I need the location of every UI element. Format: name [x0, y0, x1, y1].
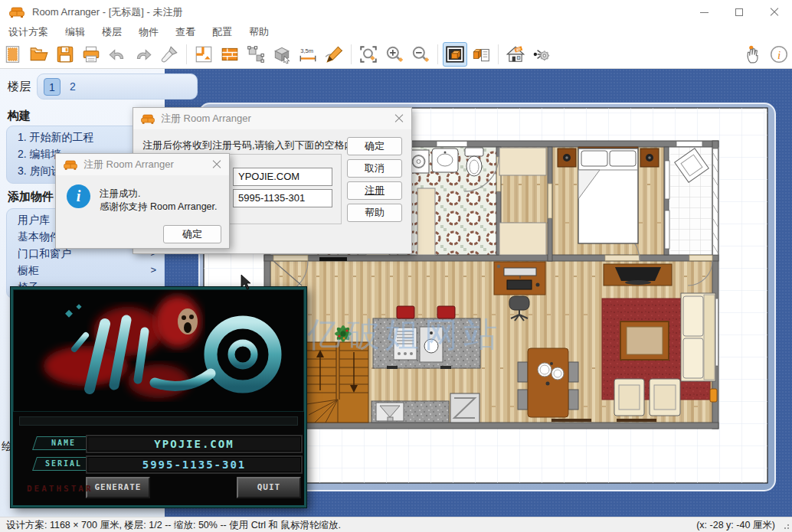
- message-dialog-titlebar[interactable]: 注册 Room Arranger: [56, 154, 229, 175]
- library-item-cabinets[interactable]: 橱柜 >: [7, 263, 164, 279]
- double-bed[interactable]: [578, 147, 638, 243]
- floor-tab-1[interactable]: 1: [44, 78, 61, 96]
- view-3d-icon: [445, 44, 465, 64]
- measure-button[interactable]: 3,5m: [296, 42, 320, 67]
- brick-wall-button[interactable]: [218, 42, 242, 67]
- ok-button[interactable]: 确定: [347, 137, 402, 155]
- plan-walls-icon: [194, 44, 214, 64]
- measure-icon: 3,5m: [298, 44, 318, 64]
- svg-text:3,5m: 3,5m: [300, 47, 313, 54]
- menu-view[interactable]: 查看: [167, 24, 204, 41]
- format-painter-button[interactable]: [157, 42, 182, 67]
- dining-chair[interactable]: [518, 390, 528, 410]
- keygen-brand: DEATHSTAR: [27, 484, 93, 494]
- armchair[interactable]: [614, 379, 644, 416]
- staircase[interactable]: [306, 342, 368, 423]
- message-line-1: 注册成功.: [100, 188, 140, 201]
- watermark-text: 亿破姐网站: [306, 315, 502, 353]
- armchair[interactable]: [650, 379, 680, 416]
- open-folder-icon: [29, 44, 49, 64]
- tv-stand[interactable]: [604, 264, 672, 286]
- menu-object[interactable]: 物件: [130, 24, 167, 41]
- open-button[interactable]: [27, 42, 51, 67]
- menu-edit[interactable]: 编辑: [57, 24, 93, 41]
- help-button[interactable]: 帮助: [347, 204, 402, 222]
- toolbar-separator: [437, 44, 438, 64]
- wardrobe[interactable]: [499, 148, 546, 175]
- svg-text:i: i: [777, 47, 781, 60]
- floor-vent: [551, 419, 591, 422]
- print-button[interactable]: [79, 42, 103, 67]
- explode-objects-icon: [532, 44, 551, 64]
- keygen-name-field[interactable]: YPOJIE.COM: [86, 435, 303, 453]
- select-objects-button[interactable]: [244, 42, 268, 67]
- save-button[interactable]: [53, 42, 77, 67]
- format-painter-icon: [159, 44, 179, 64]
- undo-icon: [107, 44, 127, 64]
- new-plan-icon: [3, 44, 23, 64]
- menu-help[interactable]: 帮助: [241, 24, 277, 41]
- menu-design[interactable]: 设计方案: [0, 24, 57, 41]
- keygen-serial-field[interactable]: 5995-1135-301: [86, 455, 303, 474]
- floor-tab-2[interactable]: 2: [64, 78, 81, 96]
- wardrobe[interactable]: [499, 223, 546, 255]
- undo-button[interactable]: [105, 42, 129, 67]
- about-info-button[interactable]: i: [767, 42, 791, 67]
- dining-chair[interactable]: [518, 362, 528, 382]
- menu-floor[interactable]: 楼层: [93, 24, 130, 41]
- view-3d-list-icon: [471, 44, 491, 64]
- wall-shelf[interactable]: [319, 257, 347, 261]
- app-sofa-icon: [64, 160, 77, 170]
- dishwasher[interactable]: [450, 393, 479, 423]
- coffee-table[interactable]: [620, 321, 669, 360]
- select-objects-icon: [246, 44, 266, 64]
- mouse-cursor: [241, 274, 253, 291]
- object-3d-button[interactable]: [270, 42, 294, 67]
- save-floppy-icon: [55, 44, 75, 64]
- desk-with-computer[interactable]: [494, 262, 545, 295]
- dining-chair[interactable]: [568, 390, 578, 410]
- plan-walls-button[interactable]: [191, 42, 216, 67]
- zoom-fit-button[interactable]: [356, 42, 381, 67]
- close-button[interactable]: [757, 0, 792, 24]
- zoom-in-button[interactable]: [382, 42, 407, 67]
- new-plan-button[interactable]: [1, 42, 25, 67]
- quit-button[interactable]: QUIT: [237, 477, 301, 498]
- keygen-status-strip: [19, 416, 298, 426]
- keygen-logo: [13, 289, 304, 412]
- register-dialog-titlebar[interactable]: 注册 Room Arranger: [133, 108, 411, 129]
- message-ok-button[interactable]: 确定: [163, 225, 221, 243]
- explode-objects-button[interactable]: [529, 42, 554, 67]
- resize-grip[interactable]: [782, 522, 790, 530]
- toilet[interactable]: [465, 148, 483, 176]
- pointer-mode-button[interactable]: [741, 42, 765, 67]
- register-code-field[interactable]: 5995-1135-301: [233, 189, 332, 207]
- maximize-button[interactable]: [722, 0, 757, 24]
- register-instruction: 注册后你将收到注册号码,请输入到下面的空格内.: [142, 139, 357, 152]
- register-button[interactable]: 注册: [347, 181, 402, 200]
- build-header: 构建: [8, 109, 31, 123]
- menu-bar: 设计方案 编辑 楼层 物件 查看 配置 帮助: [0, 24, 792, 40]
- view-3d-button[interactable]: [443, 42, 467, 67]
- register-name-field[interactable]: YPOJIE.COM: [233, 168, 332, 186]
- close-icon[interactable]: [212, 160, 221, 169]
- zoom-out-button[interactable]: [408, 42, 433, 67]
- walk-3d-button[interactable]: 3D: [503, 42, 528, 67]
- redo-button[interactable]: [131, 42, 155, 67]
- generate-button[interactable]: GENERATE: [86, 477, 150, 498]
- bath-cabinet[interactable]: [417, 188, 435, 255]
- redo-icon: [133, 44, 153, 64]
- dining-chair[interactable]: [568, 362, 578, 382]
- brick-wall-icon: [220, 44, 240, 64]
- close-icon[interactable]: [394, 114, 404, 123]
- cancel-button[interactable]: 取消: [347, 159, 402, 178]
- menu-config[interactable]: 配置: [204, 24, 241, 41]
- pointer-hand-icon: [743, 44, 763, 64]
- draw-button[interactable]: [322, 42, 346, 67]
- message-dialog-title: 注册 Room Arranger: [83, 158, 174, 171]
- status-left-text: 设计方案: 1168 × 700 厘米, 楼层: 1/2 -- 缩放: 50% …: [6, 519, 341, 532]
- minimize-button[interactable]: [686, 0, 722, 24]
- view-3d-list-button[interactable]: [469, 42, 493, 67]
- wall-unit[interactable]: [710, 389, 717, 402]
- sofa[interactable]: [681, 293, 715, 381]
